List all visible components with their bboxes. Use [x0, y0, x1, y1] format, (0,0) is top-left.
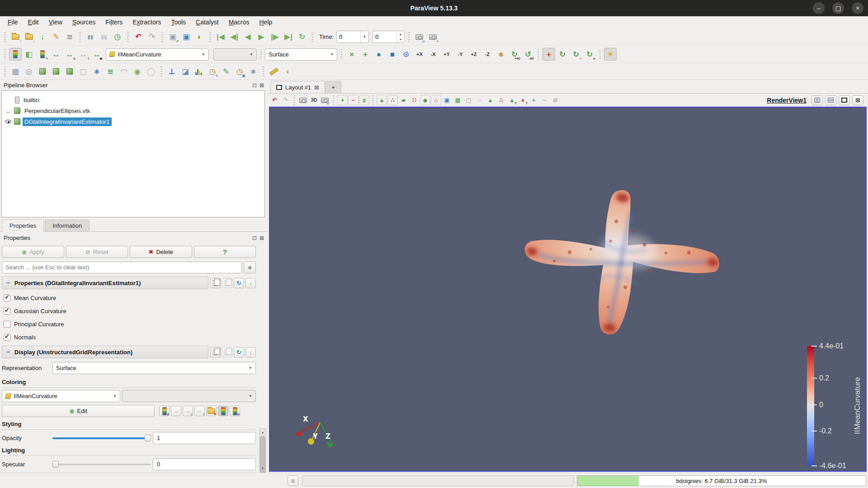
close-dock-icon[interactable]: ⊠ [259, 82, 264, 89]
group-datasets-icon[interactable]: ◉ [131, 65, 144, 78]
query-points-icon[interactable]: ●? [518, 95, 528, 105]
zoom-closest-icon[interactable]: ● [373, 48, 385, 61]
checkbox-box[interactable] [4, 321, 10, 328]
plot-over-line-icon[interactable]: ✎ [220, 65, 232, 78]
camera-undo-icon[interactable]: ↶ [269, 95, 280, 105]
reset-camera-closest-icon[interactable]: ■ [386, 48, 399, 61]
coloring-array-combo[interactable]: IIMeanCurvature ▼ [2, 390, 120, 402]
properties-scrollbar[interactable]: ▲ ▼ [259, 428, 266, 472]
warp-by-vector-icon[interactable]: ◠ [118, 65, 130, 78]
center-axes-visibility-icon[interactable]: + [542, 48, 555, 61]
interactive-select-cells-icon[interactable]: ▲ [485, 95, 495, 105]
reset-camera-icon[interactable]: × [345, 48, 358, 61]
add-selection-icon[interactable]: + [337, 95, 348, 105]
set-view-plus-y-icon[interactable]: +Y [440, 48, 453, 61]
stream-tracer-icon[interactable]: ≋ [104, 65, 117, 78]
toggle-interaction-mode-icon[interactable]: 3D [309, 95, 319, 105]
set-view-minus-x-icon[interactable]: -X [427, 48, 439, 61]
checkbox-box[interactable] [4, 295, 10, 301]
reset-button[interactable]: ⊘ Reset [66, 246, 128, 258]
zoom-to-data-view-icon[interactable]: + [359, 48, 372, 61]
slice-icon[interactable] [50, 65, 62, 78]
threshold-icon[interactable] [63, 65, 76, 78]
rescale-over-time-icon[interactable]: ↔t [77, 48, 90, 61]
layout-tab[interactable]: Layout #1 ⊠ [270, 81, 325, 93]
clip-icon[interactable] [36, 65, 49, 78]
load-state-icon[interactable]: ▣↗ [166, 31, 179, 43]
visibility-on-icon[interactable] [5, 118, 12, 125]
extract-subset-icon[interactable]: ▢ [77, 65, 90, 78]
reset-session-icon[interactable]: ◷ [111, 31, 124, 43]
separate-colormap-icon[interactable]: 2 [159, 406, 170, 416]
rotate-90-clockwise-icon[interactable]: ↻+90 [508, 48, 521, 61]
opacity-input[interactable] [153, 432, 256, 444]
pipeline-item[interactable]: PerpendicularEllipses.vtk [2, 105, 264, 116]
subtract-selection-icon[interactable]: − [348, 95, 359, 105]
search-input[interactable] [2, 262, 242, 273]
save-extracts-icon[interactable]: ≋ [63, 31, 76, 43]
rescale-to-custom-icon[interactable]: ↔c [183, 406, 193, 416]
float-dock-icon[interactable]: ⊡ [252, 235, 257, 241]
interactive-select-cells-data-icon[interactable]: ▢ [463, 95, 474, 105]
split-horizontal-button[interactable] [811, 95, 823, 105]
select-cells-with-polygon-icon[interactable]: ◆ [420, 95, 430, 105]
display-save-defaults-icon[interactable]: ↓ [245, 347, 256, 357]
representation-combo[interactable]: Surface ▼ [265, 48, 337, 61]
float-dock-icon[interactable]: ⊡ [252, 82, 257, 89]
capture-screenshot-icon[interactable] [298, 95, 308, 105]
open-file-icon[interactable]: ↑ [9, 31, 22, 43]
rescale-to-custom-range-icon[interactable]: ↔c [63, 48, 76, 61]
select-block-icon[interactable]: ▣ [442, 95, 452, 105]
menu-tools[interactable]: Tools [166, 17, 191, 27]
source-paste-properties-icon[interactable] [222, 278, 232, 288]
help-button[interactable]: ? [194, 246, 256, 258]
specular-input[interactable] [153, 458, 256, 470]
time-index-spinbox[interactable]: ▲▼ [373, 31, 405, 43]
play-icon[interactable]: ▶ [255, 31, 268, 43]
edit-colormap-button[interactable]: ◉ Edit [2, 405, 155, 417]
first-frame-icon[interactable]: |◀ [214, 31, 227, 43]
export-scene-icon[interactable]: ✎ [50, 31, 62, 43]
source-save-defaults-icon[interactable]: ↓ [245, 278, 256, 288]
menu-sources[interactable]: Sources [67, 17, 100, 27]
time-index-input[interactable] [373, 32, 396, 42]
opacity-slider[interactable] [52, 434, 151, 443]
undo-icon[interactable]: ↶ [132, 31, 145, 43]
search-options-button[interactable]: ∗ [244, 261, 256, 273]
display-copy-properties-icon[interactable] [210, 347, 221, 357]
menu-edit[interactable]: Edit [23, 17, 44, 27]
contour-icon[interactable]: ◎ [23, 65, 35, 78]
extract-group-icon[interactable]: ◯ [145, 65, 157, 78]
representation-select[interactable]: Surface ▼ [52, 362, 256, 374]
shrink-selection-icon[interactable]: − [539, 95, 550, 105]
color-map-editor-icon[interactable] [9, 48, 22, 61]
set-view-plus-z-icon[interactable]: +Z [467, 48, 480, 61]
mouse-rotate-icon[interactable]: ↻▸ [583, 48, 596, 61]
color-legend[interactable]: 4.4e-010.20-0.2-4.6e-01 IIMeanCurvature [807, 343, 862, 474]
plot-selection-over-time-icon[interactable]: ◷▦ [233, 65, 246, 78]
pipeline-item[interactable]: builtin: [2, 94, 264, 105]
glyph-icon[interactable]: ∗ [90, 65, 103, 78]
time-value-input[interactable] [337, 32, 360, 42]
menu-macros[interactable]: Macros [224, 17, 255, 27]
render-viewport[interactable]: X Y Z 4.4e-010.20-0.2-4.6e-01 IIMeanCurv… [269, 107, 867, 472]
status-detail-button[interactable]: ⊞ [288, 475, 298, 486]
split-vertical-button[interactable] [825, 95, 836, 105]
checkbox-mean-curvature[interactable]: Mean Curvature [4, 292, 258, 303]
select-points-on-surface-icon[interactable]: ∴ [387, 95, 398, 105]
extract-selection-icon[interactable]: ◪ [179, 65, 192, 78]
next-frame-icon[interactable]: |▶ [269, 31, 281, 43]
zoom-closest-to-data-icon[interactable]: + [426, 31, 439, 43]
opacity-slider-handle[interactable] [145, 435, 151, 441]
auto-apply-icon[interactable]: ▣ [180, 31, 193, 43]
plot-over-time-icon[interactable]: ◷∿ [206, 65, 219, 78]
isometric-view-icon[interactable]: ∗ [495, 48, 507, 61]
checkbox-gaussian-curvature[interactable]: Gaussian Curvature [4, 305, 258, 316]
time-combo-arrow[interactable]: ▼ [360, 31, 368, 42]
camera-redo-icon[interactable]: ↷ [280, 95, 291, 105]
choose-color-preset-toolbar-icon[interactable]: ✎ [36, 48, 49, 61]
interactive-select-points-icon[interactable]: ∴ [496, 95, 506, 105]
select-points-through-icon[interactable]: ∷ [409, 95, 420, 105]
specular-slider[interactable] [52, 460, 151, 469]
disconnect-server-icon[interactable]: ▮▮ [98, 31, 110, 43]
